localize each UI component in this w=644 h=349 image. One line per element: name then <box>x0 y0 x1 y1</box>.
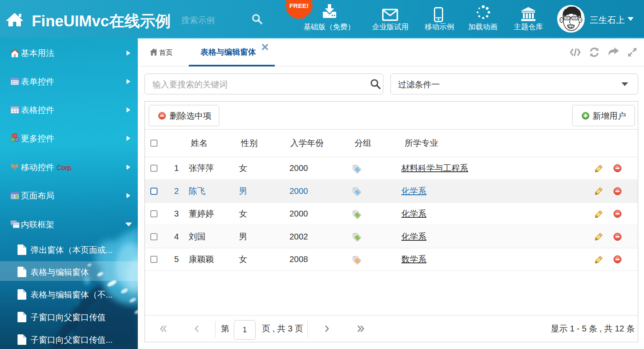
svg-text:FREE!: FREE! <box>289 2 309 9</box>
